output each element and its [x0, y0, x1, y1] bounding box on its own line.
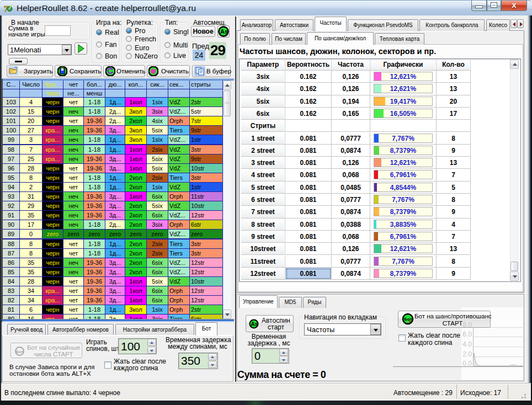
svg-text:Бот: Бот	[16, 349, 24, 354]
svg-text:As: As	[251, 321, 258, 327]
svg-text:Бот: Бот	[404, 317, 412, 322]
